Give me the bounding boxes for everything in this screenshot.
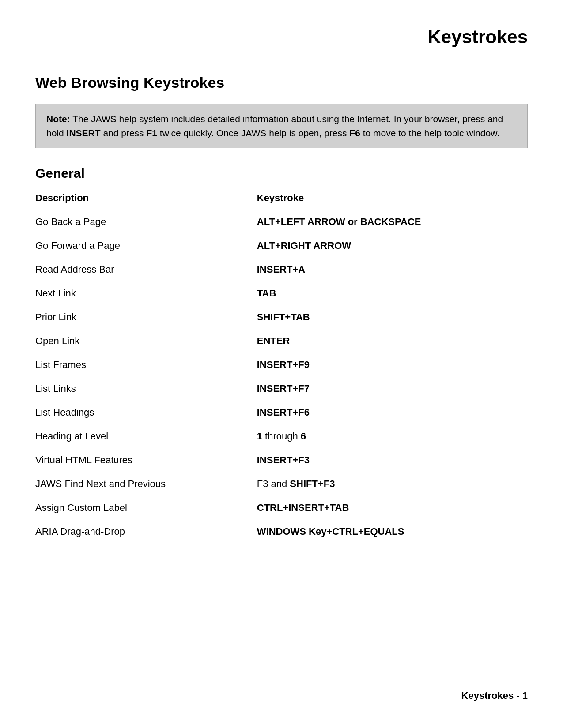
row-keystroke: TAB: [257, 281, 528, 305]
row-description: Assign Custom Label: [35, 496, 257, 520]
page-footer: Keystrokes - 1: [461, 690, 528, 702]
row-keystroke: F3 and SHIFT+F3: [257, 472, 528, 496]
row-keystroke: CTRL+INSERT+TAB: [257, 496, 528, 520]
footer-text: Keystrokes - 1: [461, 690, 528, 701]
row-description: Read Address Bar: [35, 258, 257, 281]
row-description: List Links: [35, 377, 257, 401]
table-row: Virtual HTML FeaturesINSERT+F3: [35, 448, 528, 472]
table-row: Assign Custom LabelCTRL+INSERT+TAB: [35, 496, 528, 520]
table-row: Go Back a PageALT+LEFT ARROW or BACKSPAC…: [35, 210, 528, 234]
row-keystroke: ENTER: [257, 329, 528, 353]
row-keystroke: INSERT+F6: [257, 401, 528, 424]
row-description: Virtual HTML Features: [35, 448, 257, 472]
note-box: Note: The JAWS help system includes deta…: [35, 104, 528, 148]
table-row: Go Forward a PageALT+RIGHT ARROW: [35, 234, 528, 258]
row-keystroke: 1 through 6: [257, 424, 528, 448]
col-header-keystroke: Keystroke: [257, 189, 528, 210]
row-description: Go Back a Page: [35, 210, 257, 234]
row-description: Open Link: [35, 329, 257, 353]
row-description: List Frames: [35, 353, 257, 377]
note-bold-insert: INSERT: [67, 128, 101, 138]
row-description: Prior Link: [35, 305, 257, 329]
note-label: Note:: [46, 114, 70, 124]
row-keystroke: INSERT+F9: [257, 353, 528, 377]
row-keystroke: SHIFT+TAB: [257, 305, 528, 329]
row-description: Go Forward a Page: [35, 234, 257, 258]
table-row: JAWS Find Next and PreviousF3 and SHIFT+…: [35, 472, 528, 496]
table-row: Next LinkTAB: [35, 281, 528, 305]
row-description: JAWS Find Next and Previous: [35, 472, 257, 496]
note-text-4: to move to the help topic window.: [360, 128, 499, 138]
note-bold-f1: F1: [146, 128, 157, 138]
row-keystroke: INSERT+A: [257, 258, 528, 281]
table-row: Open LinkENTER: [35, 329, 528, 353]
table-row: Read Address BarINSERT+A: [35, 258, 528, 281]
row-description: List Headings: [35, 401, 257, 424]
subsection-title: General: [35, 166, 528, 181]
table-row: Heading at Level1 through 6: [35, 424, 528, 448]
row-keystroke: WINDOWS Key+CTRL+EQUALS: [257, 520, 528, 544]
table-row: Prior LinkSHIFT+TAB: [35, 305, 528, 329]
row-description: ARIA Drag-and-Drop: [35, 520, 257, 544]
page-title: Web Browsing Keystrokes: [35, 74, 528, 91]
page-container: Keystrokes Web Browsing Keystrokes Note:…: [0, 0, 563, 597]
keystroke-table: Description Keystroke Go Back a PageALT+…: [35, 189, 528, 544]
row-keystroke: INSERT+F7: [257, 377, 528, 401]
row-keystroke: INSERT+F3: [257, 448, 528, 472]
table-header-row: Description Keystroke: [35, 189, 528, 210]
table-row: List FramesINSERT+F9: [35, 353, 528, 377]
col-header-description: Description: [35, 189, 257, 210]
page-header: Keystrokes: [35, 26, 528, 56]
note-text-3: twice quickly. Once JAWS help is open, p…: [157, 128, 349, 138]
table-row: List LinksINSERT+F7: [35, 377, 528, 401]
table-row: List HeadingsINSERT+F6: [35, 401, 528, 424]
row-description: Heading at Level: [35, 424, 257, 448]
row-description: Next Link: [35, 281, 257, 305]
page-header-title: Keystrokes: [428, 26, 528, 47]
note-bold-f6: F6: [349, 128, 360, 138]
table-row: ARIA Drag-and-DropWINDOWS Key+CTRL+EQUAL…: [35, 520, 528, 544]
note-text-2: and press: [101, 128, 147, 138]
row-keystroke: ALT+RIGHT ARROW: [257, 234, 528, 258]
row-keystroke: ALT+LEFT ARROW or BACKSPACE: [257, 210, 528, 234]
